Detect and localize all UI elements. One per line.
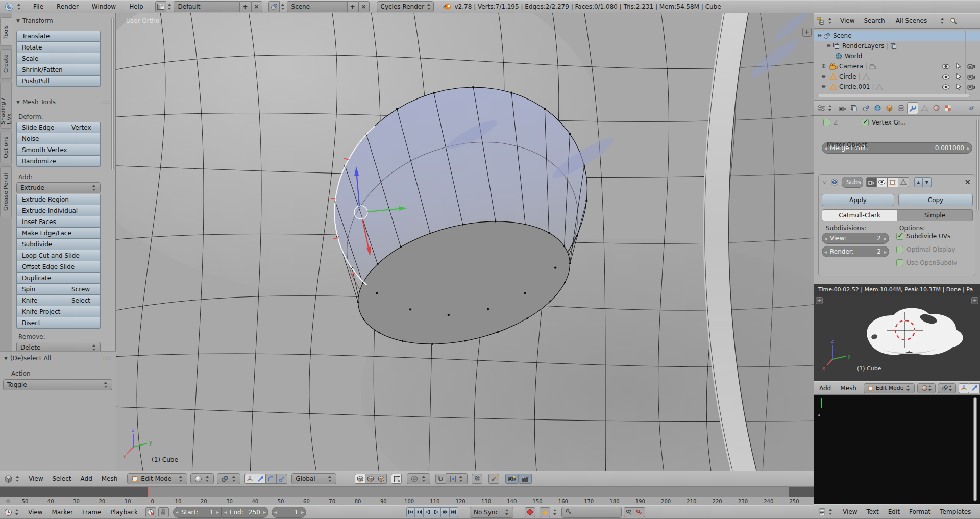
- 3d-viewport[interactable]: z y x User Ortho (1) Cube +: [116, 13, 814, 471]
- modifier-expand-toggle[interactable]: ▽: [823, 180, 826, 185]
- te-menu-templates[interactable]: Templates: [935, 508, 975, 515]
- editor-type-timeline-icon[interactable]: [4, 508, 12, 516]
- modifier-show-viewport-toggle[interactable]: [877, 177, 888, 187]
- action-select[interactable]: Toggle: [3, 379, 112, 390]
- modifier-render-toggle[interactable]: [866, 177, 877, 187]
- tool-knife-button[interactable]: Knife: [16, 295, 66, 306]
- opengl-render-animation-button[interactable]: [519, 474, 532, 484]
- mirror-vertex-groups-checkbox[interactable]: [862, 119, 869, 126]
- add-scene-button[interactable]: +: [347, 1, 358, 12]
- lock-frame-button[interactable]: [158, 507, 169, 517]
- tool-offset-edge-slide-button[interactable]: Offset Edge Slide: [16, 261, 101, 273]
- tool-extrude-individual-button[interactable]: Extrude Individual: [16, 205, 101, 216]
- renderability-camera-icon[interactable]: [967, 63, 975, 69]
- tab-texture-icon[interactable]: [942, 102, 953, 114]
- tool-rotate-button[interactable]: Rotate: [16, 42, 101, 53]
- app-menu-arrows[interactable]: [17, 4, 21, 10]
- vp-menu-add[interactable]: Add: [76, 475, 97, 482]
- manipulator-scale-button[interactable]: [277, 474, 287, 484]
- tool-spin-button[interactable]: Spin: [16, 284, 66, 295]
- blender-app-menu-icon[interactable]: [4, 2, 14, 12]
- selectability-cursor-icon[interactable]: [956, 63, 962, 70]
- proportional-edit-select[interactable]: [407, 473, 430, 484]
- modifier-move-up-button[interactable]: ▲: [914, 177, 923, 187]
- render-engine-select[interactable]: Cycles Render: [377, 1, 434, 12]
- tl-menu-frame[interactable]: Frame: [78, 509, 106, 516]
- jump-to-start-button[interactable]: [406, 507, 415, 517]
- outliner-row-renderlayers[interactable]: ⊕ RenderLayers |: [814, 41, 980, 51]
- vp-menu-mesh[interactable]: Mesh: [97, 475, 122, 482]
- tool-scale-button[interactable]: Scale: [16, 53, 101, 64]
- te-menu-edit[interactable]: Edit: [884, 508, 904, 515]
- screen-layout-field[interactable]: Default: [174, 1, 240, 12]
- preview-right-expand-button[interactable]: +: [971, 297, 978, 304]
- outliner-row-camera[interactable]: ⊕ Camera |: [814, 61, 980, 71]
- tool-translate-button[interactable]: Translate: [16, 31, 101, 42]
- menu-window[interactable]: Window: [87, 3, 120, 10]
- tool-knife-select-button[interactable]: Select: [66, 295, 101, 306]
- tab-physics-icon[interactable]: [966, 102, 977, 114]
- screen-layout-browse-icon[interactable]: [155, 1, 166, 12]
- modifier-show-cage-toggle[interactable]: [898, 177, 909, 187]
- selectability-cursor-icon[interactable]: [956, 73, 962, 80]
- tool-bisect-button[interactable]: Bisect: [16, 317, 101, 329]
- preview-mode-select[interactable]: Edit Mode: [864, 383, 915, 393]
- outliner-filter-select[interactable]: All Scenes: [892, 15, 949, 27]
- vp-menu-view[interactable]: View: [24, 475, 47, 482]
- copy-result-button[interactable]: [488, 474, 499, 484]
- panel-mesh-tools-header[interactable]: ▼Mesh Tools::::: [16, 98, 110, 106]
- preview-left-expand-button[interactable]: +: [816, 297, 823, 304]
- frame-end-field[interactable]: End:250: [222, 507, 268, 518]
- visibility-eye-icon[interactable]: [942, 64, 950, 69]
- modifier-delete-button[interactable]: ×: [964, 178, 971, 187]
- add-screen-layout-button[interactable]: +: [240, 1, 251, 12]
- renderability-camera-icon[interactable]: [967, 73, 975, 80]
- record-button[interactable]: [525, 507, 535, 517]
- tab-object-icon[interactable]: [884, 102, 895, 114]
- tl-menu-view[interactable]: View: [23, 509, 47, 516]
- text-editor[interactable]: [814, 395, 980, 504]
- subdivide-uvs-checkbox[interactable]: [896, 233, 903, 240]
- auto-keyframe-button[interactable]: [145, 507, 156, 517]
- modifier-apply-button[interactable]: Apply: [822, 194, 894, 206]
- tool-noise-button[interactable]: Noise: [16, 133, 101, 144]
- keying-set-type-button[interactable]: ◆: [540, 507, 550, 517]
- te-menu-format[interactable]: Format: [904, 508, 935, 515]
- tool-shrink-fatten-button[interactable]: Shrink/Fatten: [16, 64, 101, 76]
- timeline-editor-arrows[interactable]: [15, 509, 19, 515]
- properties-scrollbar[interactable]: [976, 119, 979, 211]
- ol-menu-search[interactable]: Search: [859, 17, 889, 24]
- timeline-strip[interactable]: [0, 487, 814, 497]
- modifier-name-field[interactable]: Subs: [842, 177, 863, 188]
- sync-mode-select[interactable]: No Sync: [470, 507, 513, 518]
- outliner-h-scrollbar[interactable]: [817, 94, 970, 97]
- jump-to-end-button[interactable]: [450, 507, 458, 517]
- use-opensubdiv-checkbox[interactable]: [896, 259, 903, 266]
- text-editor-type-arrows[interactable]: [828, 509, 833, 515]
- tool-push-pull-button[interactable]: Push/Pull: [16, 76, 101, 87]
- text-editor-scrollbar[interactable]: [973, 397, 977, 501]
- shelf-tab-grease-pencil[interactable]: Grease Pencil: [0, 166, 12, 217]
- tab-object-data-icon[interactable]: [919, 102, 930, 114]
- delete-scene-button[interactable]: ×: [358, 1, 370, 12]
- delete-screen-layout-button[interactable]: ×: [251, 1, 262, 12]
- outliner-row-scene[interactable]: ⊖ Scene: [814, 31, 980, 41]
- panel-transform-header[interactable]: ▼Transform::::: [16, 17, 110, 24]
- current-frame-marker[interactable]: [148, 487, 149, 498]
- subdivision-type-catmull-clark[interactable]: Catmull-Clark: [822, 209, 897, 221]
- tool-slide-vertex-button[interactable]: Vertex: [66, 122, 101, 133]
- pv-menu-add[interactable]: Add: [816, 385, 834, 392]
- current-frame-field[interactable]: 1: [272, 507, 306, 518]
- tool-smooth-vertex-button[interactable]: Smooth Vertex: [16, 144, 101, 156]
- scene-browse-icon[interactable]: [268, 1, 280, 12]
- insert-keyframe-button[interactable]: [624, 507, 634, 517]
- menu-help[interactable]: Help: [125, 3, 148, 10]
- snap-element-select[interactable]: [446, 473, 468, 484]
- outliner-row-world[interactable]: World: [814, 51, 980, 61]
- properties-region-expand-button[interactable]: +: [802, 28, 812, 37]
- pivot-point-select[interactable]: [217, 473, 240, 484]
- ol-menu-view[interactable]: View: [836, 17, 859, 24]
- tool-slide-edge-button[interactable]: Slide Edge: [16, 122, 66, 133]
- tool-subdivide-button[interactable]: Subdivide: [16, 239, 101, 250]
- tool-loop-cut-button[interactable]: Loop Cut and Slide: [16, 250, 101, 261]
